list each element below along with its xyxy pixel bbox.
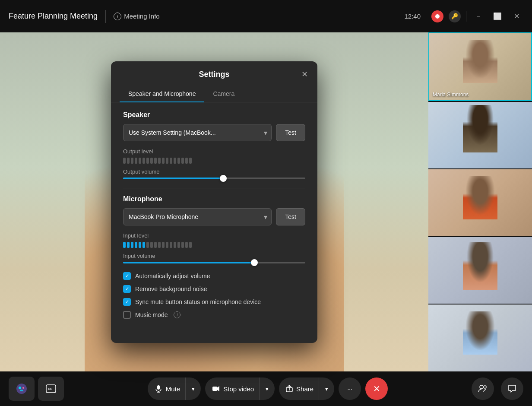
input-level-row: Input level (123, 232, 305, 249)
chat-button[interactable] (501, 377, 523, 400)
level-bar-4 (135, 158, 137, 164)
more-button[interactable]: ··· (339, 377, 361, 400)
participant-thumb-2[interactable] (428, 102, 532, 169)
music-mode-info-icon[interactable]: i (174, 311, 180, 318)
close-button[interactable]: ✕ (510, 10, 523, 23)
level-bar-6 (142, 158, 145, 164)
speaker-select-wrapper: Use System Setting (MacBook... (123, 124, 272, 141)
end-call-button[interactable]: ✕ (365, 377, 388, 400)
share-button[interactable]: Share (279, 377, 319, 400)
check-mark-2: ✓ (125, 286, 129, 292)
share-icon (286, 385, 293, 393)
level-bar-16 (181, 158, 184, 164)
minimize-button[interactable]: − (472, 10, 485, 23)
level-bar-5 (139, 158, 141, 164)
end-call-icon: ✕ (373, 384, 380, 394)
remove-noise-label: Remove background noise (135, 285, 207, 292)
speaker-section-title: Speaker (123, 111, 305, 119)
sync-mute-row: ✓ Sync mute button status on microphone … (123, 298, 305, 306)
speaker-test-button[interactable]: Test (276, 124, 305, 141)
input-slider-thumb[interactable] (251, 259, 258, 266)
mute-chevron-button[interactable]: ▾ (185, 377, 201, 400)
participant-thumb-3[interactable] (428, 169, 532, 236)
input-level-label: Input level (123, 232, 305, 239)
music-mode-checkbox[interactable] (123, 311, 131, 319)
check-mark-1: ✓ (125, 273, 129, 279)
participant-thumb-4[interactable] (428, 237, 532, 304)
input-bar-1 (123, 242, 126, 248)
microphone-test-button[interactable]: Test (276, 208, 305, 225)
level-bar-10 (158, 158, 161, 164)
main-content: Settings ✕ Speaker and Microphone Camera… (0, 32, 532, 371)
music-mode-row: Music mode i (123, 311, 305, 319)
auto-adjust-volume-checkbox[interactable]: ✓ (123, 272, 131, 280)
output-level-bars (123, 156, 305, 165)
sidebar-thumbnails: Maria Simmons (428, 32, 532, 371)
modal-close-button[interactable]: ✕ (298, 68, 310, 80)
input-bar-15 (177, 242, 180, 248)
participant-video-3 (463, 176, 497, 219)
stop-video-button[interactable]: Stop video (205, 377, 259, 400)
input-bar-5 (139, 242, 141, 248)
more-icon: ··· (348, 386, 352, 392)
share-chevron-button[interactable]: ▾ (319, 377, 334, 400)
output-volume-label: Output volume (123, 168, 305, 175)
stop-video-action-group: Stop video ▾ (205, 377, 275, 400)
svg-rect-6 (157, 385, 160, 390)
modal-overlay: Settings ✕ Speaker and Microphone Camera… (0, 32, 428, 371)
modal-title: Settings (199, 70, 229, 79)
level-bar-14 (174, 158, 176, 164)
video-chevron-button[interactable]: ▾ (259, 377, 275, 400)
input-bar-16 (181, 242, 184, 248)
microphone-select-wrapper: MacBook Pro Microphone (123, 208, 272, 225)
output-level-label: Output level (123, 148, 305, 155)
ai-assistant-button[interactable] (9, 377, 35, 401)
tab-speaker-microphone[interactable]: Speaker and Microphone (120, 86, 204, 102)
closed-captions-button[interactable]: CC (38, 377, 64, 401)
meeting-title: Feature Planning Meeting (9, 12, 98, 21)
title-bar-right: 12:40 🔑 − ⬜ ✕ (404, 10, 523, 23)
input-bar-11 (162, 242, 165, 248)
level-bar-11 (162, 158, 165, 164)
input-volume-row: Input volume (123, 253, 305, 263)
tab-camera[interactable]: Camera (204, 86, 243, 102)
microphone-device-select[interactable]: MacBook Pro Microphone (123, 208, 272, 225)
input-slider-fill (123, 262, 254, 263)
level-bar-9 (154, 158, 157, 164)
maximize-button[interactable]: ⬜ (491, 10, 504, 23)
participant-thumb-5[interactable] (428, 304, 532, 371)
input-bar-9 (154, 242, 157, 248)
participant-thumb-1[interactable]: Maria Simmons (428, 32, 532, 101)
modal-body: Speaker Use System Setting (MacBook... T… (111, 102, 317, 333)
key-icon: 🔑 (449, 10, 461, 22)
output-volume-slider[interactable] (123, 178, 305, 179)
sync-mute-label: Sync mute button status on microphone de… (135, 298, 261, 305)
mute-button[interactable]: Mute (148, 377, 185, 400)
level-bar-15 (177, 158, 180, 164)
modal-header: Settings ✕ (111, 61, 317, 79)
level-bar-8 (150, 158, 153, 164)
participant-video-2 (463, 105, 497, 152)
share-chevron-icon: ▾ (325, 386, 328, 392)
toolbar: CC Mute ▾ (0, 371, 532, 406)
remove-noise-checkbox[interactable]: ✓ (123, 285, 131, 293)
svg-point-14 (484, 386, 486, 388)
modal-tabs: Speaker and Microphone Camera (111, 86, 317, 102)
meeting-info-button[interactable]: i Meeting Info (114, 13, 160, 20)
video-area: Settings ✕ Speaker and Microphone Camera… (0, 32, 428, 371)
input-volume-label: Input volume (123, 253, 305, 259)
level-bar-17 (185, 158, 188, 164)
toolbar-right (472, 377, 523, 400)
music-mode-label: Music mode (135, 311, 168, 318)
output-slider-thumb[interactable] (220, 175, 227, 182)
sync-mute-checkbox[interactable]: ✓ (123, 298, 131, 306)
input-volume-slider[interactable] (123, 262, 305, 263)
speaker-device-select[interactable]: Use System Setting (MacBook... (123, 124, 272, 141)
svg-point-1 (19, 387, 21, 389)
input-bar-10 (158, 242, 161, 248)
level-bar-7 (146, 158, 149, 164)
chat-icon (508, 384, 516, 393)
participants-button[interactable] (472, 377, 494, 400)
participant-video-4 (463, 242, 497, 290)
input-level-bars (123, 241, 305, 249)
